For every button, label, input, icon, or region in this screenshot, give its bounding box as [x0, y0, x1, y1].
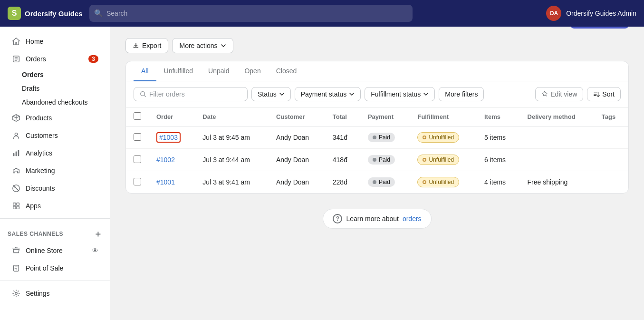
- search-input[interactable]: [89, 5, 413, 22]
- sort-button[interactable]: Sort: [587, 87, 621, 101]
- fulfillment-chevron-icon: [423, 91, 429, 97]
- fulfillment-status-filter-button[interactable]: Fulfillment status: [365, 87, 435, 101]
- sidebar-item-analytics[interactable]: Analytics: [4, 145, 106, 162]
- sidebar-sub-item-abandoned[interactable]: Abandoned checkouts: [22, 96, 106, 109]
- tab-closed[interactable]: Closed: [269, 61, 305, 81]
- svg-rect-2: [13, 153, 15, 156]
- brand-logo[interactable]: S Ordersify Guides: [8, 7, 84, 20]
- edit-view-label: Edit view: [550, 90, 577, 98]
- learn-more-section: ? Learn more about orders: [125, 194, 629, 244]
- svg-point-1: [15, 133, 17, 136]
- filter-orders-input[interactable]: [149, 90, 235, 98]
- payment-status-label: Payment status: [301, 90, 347, 98]
- status-filter-label: Status: [258, 90, 277, 98]
- sidebar-item-apps[interactable]: Apps: [4, 197, 106, 214]
- sidebar-item-online-store[interactable]: Online Store 👁: [4, 242, 106, 259]
- col-delivery: Delivery method: [520, 107, 594, 126]
- pos-icon: [11, 263, 21, 273]
- more-actions-button[interactable]: More actions: [172, 38, 233, 53]
- toolbar: Export More actions: [125, 38, 629, 53]
- order-date-cell: Jul 3 at 9:41 am: [195, 171, 269, 194]
- export-label: Export: [142, 42, 161, 49]
- payment-badge: Paid: [368, 177, 395, 187]
- order-tags-cell: [594, 149, 628, 171]
- col-items: Items: [477, 107, 520, 126]
- learn-more-text: Learn more about: [346, 215, 399, 223]
- order-total-cell: 418đ: [325, 149, 360, 171]
- table-row: #1002 Jul 3 at 9:44 am Andy Doan 418đ Pa…: [126, 149, 628, 171]
- order-customer-cell: Andy Doan: [269, 171, 325, 194]
- col-total: Total: [325, 107, 360, 126]
- home-icon: [11, 37, 21, 46]
- order-delivery-cell: Free shipping: [520, 171, 594, 194]
- order-customer-cell: Andy Doan: [269, 126, 325, 149]
- sidebar-item-customers-label: Customers: [26, 132, 58, 139]
- orders-icon: [11, 54, 21, 64]
- col-date: Date: [195, 107, 269, 126]
- sidebar-item-products[interactable]: Products: [4, 109, 106, 126]
- export-button[interactable]: Export: [125, 38, 168, 53]
- sidebar-item-settings[interactable]: Settings: [4, 285, 106, 293]
- help-icon: ?: [333, 214, 342, 223]
- sidebar: Home Orders 3 Orders Drafts Abandoned ch…: [0, 27, 110, 293]
- settings-icon: [11, 289, 21, 293]
- edit-view-button[interactable]: Edit view: [535, 87, 583, 101]
- order-tags-cell: [594, 126, 628, 149]
- col-order: Order: [149, 107, 195, 126]
- eye-icon[interactable]: 👁: [92, 247, 98, 254]
- sidebar-sub-item-drafts[interactable]: Drafts: [22, 82, 106, 95]
- shopify-logo-icon: S: [8, 7, 21, 20]
- star-icon: [541, 91, 548, 97]
- topnav-right: OA Ordersify Guides Admin: [546, 6, 636, 21]
- sidebar-sub-item-orders[interactable]: Orders: [22, 68, 106, 81]
- more-filters-label: More filters: [445, 90, 478, 98]
- order-link[interactable]: #1001: [156, 178, 175, 186]
- learn-more-button[interactable]: ? Learn more about orders: [323, 209, 431, 229]
- order-total-cell: 228đ: [325, 171, 360, 194]
- sidebar-item-discounts[interactable]: Discounts: [4, 180, 106, 197]
- sidebar-item-customers[interactable]: Customers: [4, 127, 106, 144]
- order-date-cell: Jul 3 at 9:45 am: [195, 126, 269, 149]
- topnav: S Ordersify Guides 🔍 OA Ordersify Guides…: [0, 0, 644, 27]
- chevron-down-icon: [221, 43, 226, 48]
- order-link-highlighted[interactable]: #1003: [156, 132, 181, 143]
- sidebar-item-orders[interactable]: Orders 3: [4, 50, 106, 68]
- fulfillment-badge: Unfulfilled: [417, 132, 459, 143]
- payment-status-filter-button[interactable]: Payment status: [295, 87, 361, 101]
- search-bar: 🔍: [89, 5, 413, 22]
- tab-unpaid[interactable]: Unpaid: [201, 61, 237, 81]
- row-checkbox[interactable]: [134, 178, 141, 185]
- select-all-checkbox[interactable]: [134, 112, 141, 120]
- col-payment: Payment: [360, 107, 410, 126]
- sidebar-item-pos-label: Point of Sale: [26, 264, 63, 272]
- avatar[interactable]: OA: [546, 6, 561, 21]
- filter-search-wrap: [134, 87, 248, 101]
- sidebar-item-home[interactable]: Home: [4, 33, 106, 50]
- fulfillment-status-label: Fulfillment status: [371, 90, 421, 98]
- add-sales-channel-button[interactable]: ＋: [94, 228, 103, 240]
- svg-rect-7: [13, 203, 16, 205]
- order-delivery-cell: [520, 149, 594, 171]
- tab-all[interactable]: All: [134, 61, 156, 81]
- tab-open[interactable]: Open: [237, 61, 268, 81]
- sidebar-item-point-of-sale[interactable]: Point of Sale: [4, 260, 106, 277]
- order-tags-cell: [594, 171, 628, 194]
- order-items-cell: 5 items: [477, 126, 520, 149]
- products-icon: [11, 113, 21, 123]
- more-filters-button[interactable]: More filters: [439, 87, 484, 101]
- sidebar-item-marketing[interactable]: Marketing: [4, 162, 106, 179]
- svg-point-13: [15, 292, 18, 293]
- status-filter-button[interactable]: Status: [251, 87, 291, 101]
- row-checkbox[interactable]: [134, 155, 141, 163]
- more-actions-label: More actions: [179, 42, 217, 49]
- svg-rect-10: [17, 206, 19, 209]
- sidebar-item-discounts-label: Discounts: [26, 184, 55, 192]
- row-checkbox[interactable]: [134, 133, 141, 141]
- table-row: #1003 Jul 3 at 9:45 am Andy Doan 341đ Pa…: [126, 126, 628, 149]
- order-payment-cell: Paid: [360, 149, 410, 171]
- payment-chevron-icon: [349, 91, 355, 97]
- tab-unfulfilled[interactable]: Unfulfilled: [156, 61, 201, 81]
- order-link[interactable]: #1002: [156, 156, 175, 164]
- learn-more-link[interactable]: orders: [403, 215, 422, 223]
- unfulfilled-dot: [423, 158, 426, 162]
